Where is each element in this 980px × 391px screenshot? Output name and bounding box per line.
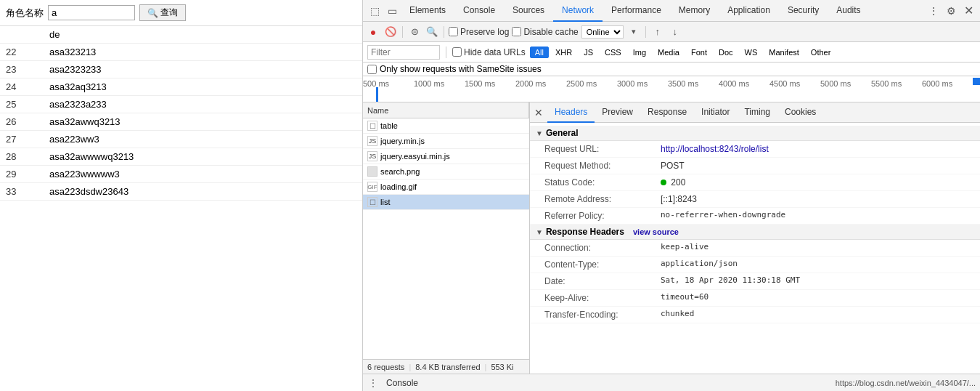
table-row[interactable]: 33asa223dsdw23643	[0, 183, 362, 201]
filter-type-other[interactable]: Other	[806, 47, 836, 58]
table-row[interactable]: 27asa223ww3	[0, 131, 362, 148]
close-detail-button[interactable]: ✕	[530, 104, 547, 121]
request-url-label: Request URL	[544, 142, 661, 156]
content-type-label: Content-Type	[544, 258, 661, 271]
detail-tab-timing[interactable]: Timing	[737, 102, 777, 123]
close-devtools-button[interactable]: ✕	[960, 2, 977, 20]
devtools-tab-audits[interactable]: Audits	[828, 0, 869, 22]
devtools-tab-console[interactable]: Console	[454, 0, 504, 22]
only-show-bar: Only show requests with SameSite issues	[363, 63, 980, 76]
record-button[interactable]: ●	[366, 25, 380, 39]
detail-tab-headers[interactable]: Headers	[547, 102, 595, 123]
timeline-label: 2500 ms	[566, 79, 617, 88]
detail-tabs: ✕ HeadersPreviewResponseInitiatorTimingC…	[530, 102, 980, 123]
table-row[interactable]: 28asa32awwwwq3213	[0, 148, 362, 166]
connection-row: Connection keep-alive	[530, 240, 980, 257]
request-name: jquery.easyui.min.js	[380, 152, 525, 161]
filter-type-doc[interactable]: Doc	[714, 47, 738, 58]
request-name: loading.gif	[380, 182, 525, 191]
row-name: asa2323233	[44, 61, 362, 78]
table-row[interactable]: 22asa323213	[0, 44, 362, 61]
devtools-panel: ⬚ ▭ ElementsConsoleSourcesNetworkPerform…	[363, 0, 980, 391]
timeline-label: 4500 ms	[769, 79, 820, 88]
export-har-icon[interactable]: ↑	[650, 25, 665, 39]
console-expand-icon[interactable]: ⋮	[367, 377, 379, 389]
console-tab[interactable]: Console	[383, 378, 421, 388]
search-button[interactable]: 🔍 查询	[139, 4, 186, 21]
disable-cache-checkbox[interactable]: Disable cache	[512, 27, 578, 37]
import-har-icon[interactable]: ↓	[668, 25, 682, 39]
general-section-header[interactable]: ▼ General	[530, 126, 980, 141]
request-list-item[interactable]: JS jquery.easyui.min.js	[363, 149, 529, 164]
hide-data-urls-checkbox[interactable]: Hide data URLs	[452, 47, 526, 57]
row-name: asa223dsdw23643	[44, 183, 362, 201]
table-row[interactable]: 23asa2323233	[0, 61, 362, 78]
throttle-select[interactable]: Online	[581, 25, 624, 39]
network-toolbar: ● 🚫 ⊜ 🔍 Preserve log Disable cache Onlin…	[363, 22, 980, 42]
timeline-area: 500 ms1000 ms1500 ms2000 ms2500 ms3000 m…	[363, 76, 980, 102]
devtools-tab-performance[interactable]: Performance	[603, 0, 670, 22]
table-row[interactable]: 24asa32aq3213	[0, 78, 362, 96]
request-url-row: Request URL http://localhost:8243/role/l…	[530, 141, 980, 158]
detail-tab-preview[interactable]: Preview	[595, 102, 640, 123]
filter-type-ws[interactable]: WS	[740, 47, 763, 58]
timeline-label: 2000 ms	[515, 79, 566, 88]
timeline-label: 6000 ms	[922, 79, 973, 88]
request-list-item[interactable]: JS jquery.min.js	[363, 134, 529, 149]
filter-type-css[interactable]: CSS	[600, 47, 626, 58]
table-row[interactable]: 25asa2323a233	[0, 96, 362, 113]
timeline-cursor	[376, 87, 378, 102]
search-network-icon[interactable]: 🔍	[425, 25, 439, 39]
filter-input[interactable]	[367, 45, 440, 60]
filter-type-img[interactable]: Img	[628, 47, 651, 58]
devtools-tab-network[interactable]: Network	[553, 0, 603, 22]
request-list-item[interactable]: search.png	[363, 164, 529, 180]
detail-tab-initiator[interactable]: Initiator	[694, 102, 737, 123]
remote-address-row: Remote Address [::1]:8243	[530, 191, 980, 208]
throttle-down-icon[interactable]: ▾	[626, 25, 641, 39]
table-row[interactable]: 29asa223wwwww3	[0, 166, 362, 183]
filter-type-xhr[interactable]: XHR	[550, 47, 577, 58]
table-row[interactable]: de	[0, 26, 362, 44]
content-type-value: application/json	[661, 258, 738, 271]
detail-tab-response[interactable]: Response	[640, 102, 694, 123]
request-list-item[interactable]: ☐ list	[363, 195, 529, 210]
row-id: 23	[0, 61, 44, 78]
timeline-marker	[973, 78, 980, 85]
referrer-policy-value: no-referrer-when-downgrade	[661, 209, 785, 222]
detail-tab-cookies[interactable]: Cookies	[777, 102, 823, 123]
remote-address-label: Remote Address	[544, 193, 661, 206]
filter-type-all[interactable]: All	[530, 47, 549, 58]
device-icon[interactable]: ▭	[383, 2, 401, 20]
inspect-icon[interactable]: ⬚	[366, 2, 383, 20]
filter-type-font[interactable]: Font	[686, 47, 712, 58]
request-name: jquery.min.js	[380, 137, 525, 145]
status-code-label: Status Code	[544, 176, 661, 189]
devtools-tab-memory[interactable]: Memory	[670, 0, 719, 22]
settings-icon[interactable]: ⚙	[942, 2, 960, 20]
more-tabs-icon[interactable]: ⋮	[925, 2, 942, 20]
devtools-tab-application[interactable]: Application	[719, 0, 779, 22]
devtools-tab-security[interactable]: Security	[779, 0, 828, 22]
view-source-link[interactable]: view source	[633, 227, 679, 236]
row-id: 28	[0, 148, 44, 166]
remote-address-value: [::1]:8243	[661, 193, 697, 206]
preserve-log-checkbox[interactable]: Preserve log	[449, 27, 509, 37]
filter-type-js[interactable]: JS	[579, 47, 598, 58]
request-list-item[interactable]: GIF loading.gif	[363, 180, 529, 195]
transfer-encoding-value: chunked	[661, 308, 694, 321]
samesite-checkbox[interactable]	[367, 65, 377, 74]
filter-icon[interactable]: ⊜	[407, 25, 422, 39]
transfer-encoding-label: Transfer-Encoding	[544, 308, 661, 321]
request-list-item[interactable]: ☐ table	[363, 118, 529, 134]
triangle-icon-2: ▼	[536, 228, 543, 236]
data-table: de22asa32321323asa232323324asa32aq321325…	[0, 26, 362, 201]
devtools-tab-sources[interactable]: Sources	[504, 0, 553, 22]
stop-record-button[interactable]: 🚫	[383, 25, 398, 39]
search-input[interactable]	[48, 5, 135, 20]
filter-type-media[interactable]: Media	[653, 47, 685, 58]
response-headers-section-header[interactable]: ▼ Response Headers view source	[530, 225, 980, 240]
devtools-tab-elements[interactable]: Elements	[401, 0, 454, 22]
table-row[interactable]: 26asa32awwq3213	[0, 113, 362, 131]
filter-type-manifest[interactable]: Manifest	[764, 47, 804, 58]
